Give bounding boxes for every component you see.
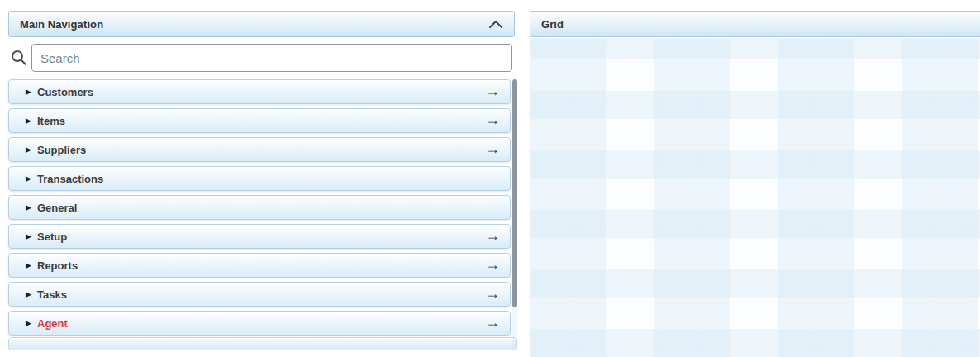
drilldown-arrow-icon[interactable]: →	[485, 141, 500, 156]
nav-item-setup[interactable]: ▶ Setup →	[8, 224, 511, 249]
nav-item-customers[interactable]: ▶ Customers →	[8, 79, 511, 104]
expand-caret-icon: ▶	[26, 203, 37, 211]
scrollbar-thumb[interactable]	[512, 79, 517, 307]
expand-caret-icon: ▶	[26, 319, 37, 326]
expand-caret-icon: ▶	[26, 232, 37, 240]
main-navigation-title: Main Navigation	[9, 18, 103, 31]
collapse-panel-button[interactable]	[486, 14, 506, 34]
drilldown-arrow-icon[interactable]: →	[485, 257, 500, 272]
nav-item-general[interactable]: ▶ General →	[8, 195, 511, 220]
vertical-scrollbar[interactable]	[512, 79, 517, 350]
nav-item-label: Agent	[37, 317, 68, 330]
nav-item-suppliers[interactable]: ▶ Suppliers →	[8, 137, 511, 162]
drilldown-arrow-icon[interactable]: →	[485, 112, 500, 127]
main-navigation-header: Main Navigation	[8, 11, 515, 37]
drilldown-arrow-icon[interactable]: →	[485, 83, 500, 98]
grid-panel-title: Grid	[530, 18, 564, 31]
nav-item-agent[interactable]: ▶ Agent →	[8, 311, 511, 336]
nav-item-label: Transactions	[37, 173, 103, 185]
nav-item-label: General	[37, 202, 77, 214]
drilldown-arrow-icon[interactable]: →	[485, 286, 500, 301]
nav-item-label: Reports	[37, 259, 78, 272]
expand-caret-icon: ▶	[26, 174, 37, 182]
expand-caret-icon: ▶	[26, 290, 37, 298]
grid-panel-body	[530, 38, 980, 357]
nav-item-label: Items	[37, 115, 65, 127]
expand-caret-icon: ▶	[26, 145, 37, 153]
nav-item-reports[interactable]: ▶ Reports →	[8, 253, 511, 278]
grid-panel-header: Grid	[530, 11, 980, 37]
empty-nav-item	[8, 337, 517, 350]
expand-caret-icon: ▶	[26, 117, 37, 124]
search-input[interactable]	[31, 44, 512, 72]
chevron-up-icon	[488, 19, 503, 29]
nav-item-label: Setup	[37, 231, 67, 243]
nav-item-tasks[interactable]: ▶ Tasks →	[8, 282, 511, 307]
search-icon	[10, 49, 28, 67]
nav-item-transactions[interactable]: ▶ Transactions →	[8, 166, 511, 191]
nav-item-label: Suppliers	[37, 144, 86, 156]
drilldown-arrow-icon[interactable]: →	[485, 315, 500, 330]
nav-item-items[interactable]: ▶ Items →	[8, 108, 511, 133]
nav-item-label: Customers	[37, 86, 93, 98]
drilldown-arrow-icon[interactable]: →	[485, 228, 500, 243]
nav-item-label: Tasks	[37, 288, 67, 301]
expand-caret-icon: ▶	[26, 261, 37, 269]
navigation-list: ▶ Customers → ▶ Items → ▶ Suppliers → ▶ …	[8, 79, 511, 340]
expand-caret-icon: ▶	[26, 88, 37, 95]
